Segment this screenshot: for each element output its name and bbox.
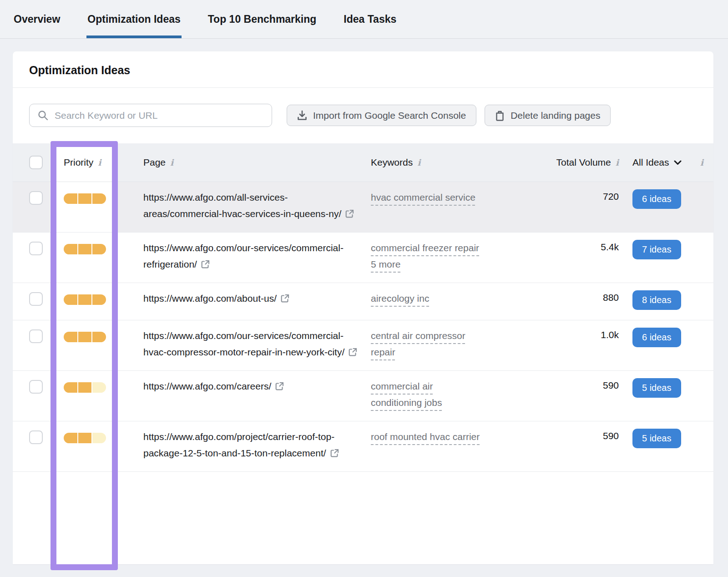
priority-column-header[interactable]: Priority i: [50, 143, 117, 182]
select-all-checkbox[interactable]: [29, 156, 43, 169]
ideas-button[interactable]: 8 ideas: [632, 290, 681, 310]
tab-idea-tasks[interactable]: Idea Tasks: [344, 0, 396, 38]
chevron-down-icon[interactable]: [674, 160, 682, 165]
page-info-icon[interactable]: i: [170, 158, 173, 167]
priority-cell: [50, 421, 117, 471]
page-cell: https://www.afgo.com/our-services/commer…: [117, 320, 359, 370]
row-checkbox[interactable]: [29, 191, 43, 205]
row-checkbox-cell: [13, 283, 50, 318]
total-volume-info-icon[interactable]: i: [616, 158, 619, 167]
external-link-icon[interactable]: [348, 347, 358, 357]
search-box[interactable]: [29, 104, 272, 127]
total-volume-column-header[interactable]: Total Volume i: [528, 157, 619, 168]
ideas-filter-label[interactable]: All Ideas: [632, 157, 669, 168]
row-checkbox-cell: [13, 182, 50, 217]
priority-segment: [92, 294, 106, 305]
keyword-link[interactable]: central air compressor repair: [371, 328, 484, 360]
ideas-cell: 6 ideas: [619, 320, 713, 357]
delete-landing-pages-button[interactable]: Delete landing pages: [485, 105, 611, 126]
priority-segment: [92, 193, 106, 204]
import-gsc-button[interactable]: Import from Google Search Console: [287, 105, 476, 126]
priority-segment: [78, 382, 92, 393]
ideas-cell: 7 ideas: [619, 233, 713, 269]
page-cell: https://www.afgo.com/project/carrier-roo…: [117, 421, 359, 471]
page-title: Optimization Ideas: [29, 64, 697, 77]
priority-indicator: [64, 244, 106, 254]
keyword-link[interactable]: commercial air conditioning jobs: [371, 378, 484, 411]
total-volume-value: 1.0k: [528, 320, 619, 350]
priority-segment: [92, 332, 106, 342]
priority-cell: [50, 283, 117, 320]
priority-segment: [64, 382, 77, 393]
priority-segment: [78, 193, 92, 204]
ideas-button[interactable]: 5 ideas: [632, 378, 681, 398]
tab-optimization-ideas[interactable]: Optimization Ideas: [87, 0, 180, 38]
card-header: Optimization Ideas: [13, 51, 713, 88]
priority-indicator: [64, 382, 106, 393]
priority-header-label: Priority: [64, 157, 93, 168]
ideas-button[interactable]: 5 ideas: [632, 429, 681, 448]
ideas-cell: 6 ideas: [619, 182, 713, 219]
ideas-button[interactable]: 6 ideas: [632, 189, 681, 209]
header-checkbox-cell: [13, 156, 50, 169]
page-cell: https://www.afgo.com/all-services-areas/…: [117, 182, 359, 232]
ideas-button[interactable]: 7 ideas: [632, 240, 681, 259]
tab-top-10-benchmarking[interactable]: Top 10 Benchmarking: [208, 0, 317, 38]
priority-segment: [92, 244, 106, 254]
row-checkbox[interactable]: [29, 242, 43, 255]
table-row: https://www.afgo.com/our-services/commer…: [13, 233, 713, 283]
external-link-icon[interactable]: [275, 381, 284, 391]
page-url-link[interactable]: https://www.afgo.com/our-services/commer…: [143, 243, 344, 269]
row-checkbox-cell: [13, 233, 50, 267]
keywords-header-label: Keywords: [371, 157, 413, 168]
keyword-link[interactable]: hvac commercial service: [371, 189, 484, 206]
keywords-cell: commercial freezer repair5 more: [359, 233, 528, 283]
row-checkbox[interactable]: [29, 292, 43, 306]
row-checkbox-cell: [13, 371, 50, 405]
priority-info-icon[interactable]: i: [98, 158, 101, 167]
row-checkbox[interactable]: [29, 329, 43, 343]
page-cell: https://www.afgo.com/careers/: [117, 371, 359, 405]
page-url-link[interactable]: https://www.afgo.com/careers/: [143, 381, 271, 391]
priority-segment: [78, 294, 92, 305]
keywords-cell: central air compressor repair: [359, 320, 528, 370]
row-checkbox[interactable]: [29, 380, 43, 394]
keywords-cell: roof mounted hvac carrier: [359, 421, 528, 455]
page-url-link[interactable]: https://www.afgo.com/project/carrier-roo…: [143, 431, 334, 458]
page-url-link[interactable]: https://www.afgo.com/about-us/: [143, 293, 277, 304]
external-link-icon[interactable]: [280, 294, 290, 303]
external-link-icon[interactable]: [330, 448, 339, 458]
external-link-icon[interactable]: [345, 209, 354, 218]
keywords-cell: hvac commercial service: [359, 182, 528, 216]
priority-segment: [64, 433, 77, 443]
keywords-column-header[interactable]: Keywords i: [359, 157, 528, 168]
total-volume-value: 880: [528, 283, 619, 313]
priority-indicator: [64, 433, 106, 443]
row-checkbox[interactable]: [29, 430, 43, 444]
download-icon: [297, 110, 307, 121]
ideas-button[interactable]: 6 ideas: [632, 328, 681, 347]
total-volume-value: 720: [528, 182, 619, 212]
keyword-link[interactable]: commercial freezer repair: [371, 240, 484, 256]
page-url-link[interactable]: https://www.afgo.com/our-services/commer…: [143, 330, 344, 357]
external-link-icon[interactable]: [201, 259, 210, 269]
ideas-cell: 5 ideas: [619, 421, 713, 458]
toolbar: Import from Google Search Console Delete…: [13, 88, 713, 143]
more-keywords-link[interactable]: 5 more: [371, 256, 400, 273]
total-volume-value: 590: [528, 371, 619, 401]
optimization-ideas-card: Optimization Ideas Import from Google Se…: [13, 51, 713, 564]
page-url-link[interactable]: https://www.afgo.com/all-services-areas/…: [143, 192, 341, 219]
ideas-info-icon[interactable]: i: [700, 158, 703, 167]
priority-cell: [50, 233, 117, 283]
keyword-link[interactable]: roof mounted hvac carrier: [371, 429, 484, 445]
priority-cell: [50, 320, 117, 370]
page-column-header[interactable]: Page i: [117, 157, 359, 168]
priority-segment: [64, 294, 77, 305]
keyword-link[interactable]: airecology inc: [371, 290, 484, 307]
tab-overview[interactable]: Overview: [14, 0, 60, 38]
table-row: https://www.afgo.com/about-us/ airecolog…: [13, 283, 713, 320]
priority-indicator: [64, 332, 106, 342]
search-input[interactable]: [55, 110, 263, 121]
keywords-info-icon[interactable]: i: [417, 158, 420, 167]
priority-segment: [92, 433, 106, 443]
